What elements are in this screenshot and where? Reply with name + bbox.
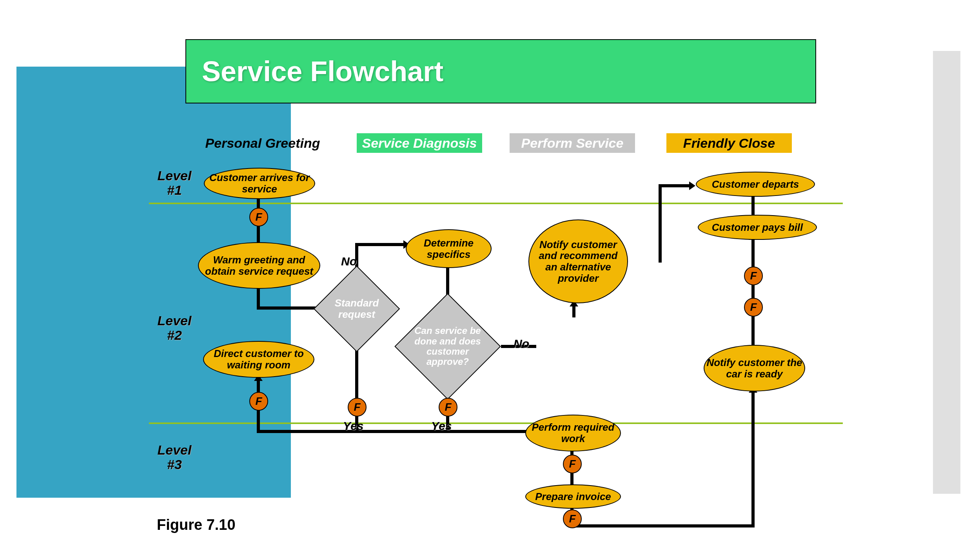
fdot-8: F xyxy=(744,298,763,317)
node-determine-specifics: Determine specifics xyxy=(406,229,492,268)
decision-standard-request: Standard request xyxy=(326,278,387,339)
divider-line-1 xyxy=(149,203,843,204)
level-1-label: Level#1 xyxy=(151,169,198,198)
node-notify-ready: Notify customer the car is ready xyxy=(704,345,805,392)
fdot-4: F xyxy=(439,398,457,417)
title-bar: Service Flowchart xyxy=(185,39,816,103)
arrow-alt-depart xyxy=(689,181,695,190)
node-customer-departs: Customer departs xyxy=(696,172,815,197)
node-prepare-invoice: Prepare invoice xyxy=(525,484,621,509)
node-perform-work: Perform required work xyxy=(525,415,621,451)
fdot-2: F xyxy=(249,392,268,411)
right-grey-bar xyxy=(933,51,960,494)
conn-inv-up xyxy=(751,392,755,527)
conn-alt-v xyxy=(659,184,662,263)
label-no-1: No xyxy=(341,255,357,268)
stage: Service Flowchart Personal Greeting Serv… xyxy=(0,0,980,551)
node-direct-customer: Direct customer to waiting room xyxy=(203,341,314,378)
fdot-6: F xyxy=(563,509,582,528)
conn-greet-v xyxy=(257,286,260,310)
col-service-diagnosis: Service Diagnosis xyxy=(357,133,482,153)
node-notify-alternative: Notify customer and recommend an alterna… xyxy=(528,219,628,303)
conn-merge-h xyxy=(257,430,529,433)
conn-pays-depart-v xyxy=(751,195,755,215)
figure-caption: Figure 7.10 xyxy=(157,517,236,533)
fdot-5: F xyxy=(563,455,582,473)
node-customer-pays: Customer pays bill xyxy=(698,215,817,240)
label-yes-1: Yes xyxy=(343,419,363,433)
col-personal-greeting: Personal Greeting xyxy=(200,133,325,153)
col-perform-service: Perform Service xyxy=(510,133,635,153)
title-text: Service Flowchart xyxy=(202,55,443,87)
label-no-2: No xyxy=(514,337,529,350)
divider-line-2 xyxy=(149,422,843,424)
node-warm-greeting: Warm greeting and obtain service request xyxy=(198,242,320,289)
col-friendly-close: Friendly Close xyxy=(666,133,792,153)
level-3-label: Level#3 xyxy=(151,443,198,472)
level-2-label: Level#2 xyxy=(151,314,198,343)
node-customer-arrives: Customer arrives for service xyxy=(204,168,315,199)
conn-ready-pays-v xyxy=(751,239,755,345)
fdot-3: F xyxy=(348,398,367,417)
conn-std-no-h xyxy=(355,243,404,246)
decision-can-service: Can service be done and does customer ap… xyxy=(396,295,499,398)
fdot-7: F xyxy=(744,266,763,285)
conn-can-no-v xyxy=(572,306,575,317)
conn-inv-h xyxy=(570,524,755,527)
label-yes-2: Yes xyxy=(431,419,452,433)
fdot-1: F xyxy=(249,208,268,227)
conn-alt-h xyxy=(659,184,690,187)
